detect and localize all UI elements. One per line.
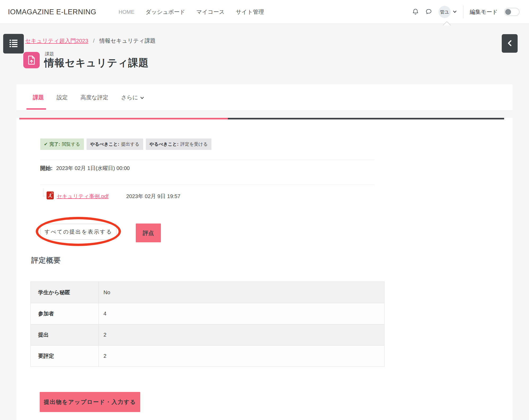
assignment-icon xyxy=(23,52,40,68)
tab-advanced-grading[interactable]: 高度な評定 xyxy=(80,84,108,110)
page-title: 情報セキュリティ課題 xyxy=(44,56,149,70)
check-icon: ✔ xyxy=(44,141,48,147)
progress-track xyxy=(19,118,504,119)
divider xyxy=(40,185,374,185)
grading-summary-heading: 評定概要 xyxy=(31,256,61,265)
chevron-down-icon xyxy=(453,10,457,14)
attachment-timestamp: 2023年 02月 9日 19:57 xyxy=(126,193,180,200)
start-date-label: 開始: xyxy=(40,165,53,171)
site-brand[interactable]: IOMAGAZINE E-LERNING xyxy=(8,0,96,24)
divider xyxy=(40,160,374,160)
row-needs-grading: 要評定 2 xyxy=(31,345,384,367)
breadcrumb-current: 情報セキュリティ課題 xyxy=(99,38,156,44)
activity-tabs: 課題 設定 高度な評定 さらに xyxy=(16,84,513,111)
progress-track-dark xyxy=(228,118,504,119)
toggle-knob xyxy=(505,9,511,15)
chevron-left-icon xyxy=(506,39,513,48)
tab-more[interactable]: さらに xyxy=(121,84,144,110)
bell-icon xyxy=(412,8,419,16)
edit-mode-label: 編集モード xyxy=(470,8,498,16)
chat-icon xyxy=(425,8,432,16)
badge-todo-graded[interactable]: やるべきこと: 評定を受ける xyxy=(146,138,211,150)
course-index-drawer-button[interactable] xyxy=(3,34,24,53)
progress-track-pink xyxy=(19,118,228,119)
list-icon xyxy=(9,39,18,48)
main-content: ✔ 完了: 閲覧する やるべきこと: 提出する やるべきこと: 評定を受ける 開… xyxy=(16,118,513,420)
row-hidden-from-students: 学生から秘匿 No xyxy=(31,282,384,303)
avatar[interactable]: 管ユ xyxy=(438,6,451,18)
row-participants: 参加者 4 xyxy=(31,303,384,324)
breadcrumb-separator: / xyxy=(93,38,95,44)
badge-completed[interactable]: ✔ 完了: 閲覧する xyxy=(40,138,84,150)
badge-todo-submit[interactable]: やるべきこと: 提出する xyxy=(87,138,143,150)
nav-home[interactable]: HOME xyxy=(119,9,134,15)
top-navbar: IOMAGAZINE E-LERNING HOME ダッシュボード マイコース … xyxy=(0,0,529,24)
grading-summary-table: 学生から秘匿 No 参加者 4 提出 2 要評定 2 xyxy=(30,282,385,367)
grade-button[interactable]: 評点 xyxy=(136,224,161,242)
tab-assignment[interactable]: 課題 xyxy=(33,84,44,110)
nav-site-admin[interactable]: サイト管理 xyxy=(236,8,264,16)
user-menu[interactable]: 管ユ xyxy=(438,6,457,18)
user-menu-notch xyxy=(442,21,451,26)
add-submission-button[interactable]: 提出物をアップロード・入力する xyxy=(40,392,140,412)
messages-button[interactable] xyxy=(425,8,432,16)
completion-badges: ✔ 完了: 閲覧する やるべきこと: 提出する やるべきこと: 評定を受ける xyxy=(40,138,211,150)
breadcrumb-course-link[interactable]: セキュリティ超入門2023 xyxy=(25,38,88,44)
breadcrumb: セキュリティ超入門2023 / 情報セキュリティ課題 xyxy=(25,37,156,44)
header-actions: 管ユ 編集モード xyxy=(412,0,519,24)
header-divider xyxy=(463,6,463,18)
primary-nav: HOME ダッシュボード マイコース サイト管理 xyxy=(119,0,264,24)
block-drawer-button[interactable] xyxy=(502,34,518,53)
notifications-button[interactable] xyxy=(412,8,419,16)
row-submitted: 提出 2 xyxy=(31,324,384,345)
view-all-submissions-button[interactable]: すべての提出を表示する xyxy=(40,224,116,240)
tab-settings[interactable]: 設定 xyxy=(57,84,68,110)
nav-my-courses[interactable]: マイコース xyxy=(196,8,225,16)
attachment-link[interactable]: セキュリティ事例.pdf xyxy=(57,193,108,200)
start-date-value: 2023年 02月 1日(水曜日) 00:00 xyxy=(56,165,130,171)
edit-mode-toggle[interactable] xyxy=(504,8,519,16)
pdf-file-icon xyxy=(47,191,54,200)
nav-dashboard[interactable]: ダッシュボード xyxy=(146,8,185,16)
chevron-down-icon xyxy=(140,94,144,101)
activity-dates: 開始: 2023年 02月 1日(水曜日) 00:00 xyxy=(40,165,130,172)
